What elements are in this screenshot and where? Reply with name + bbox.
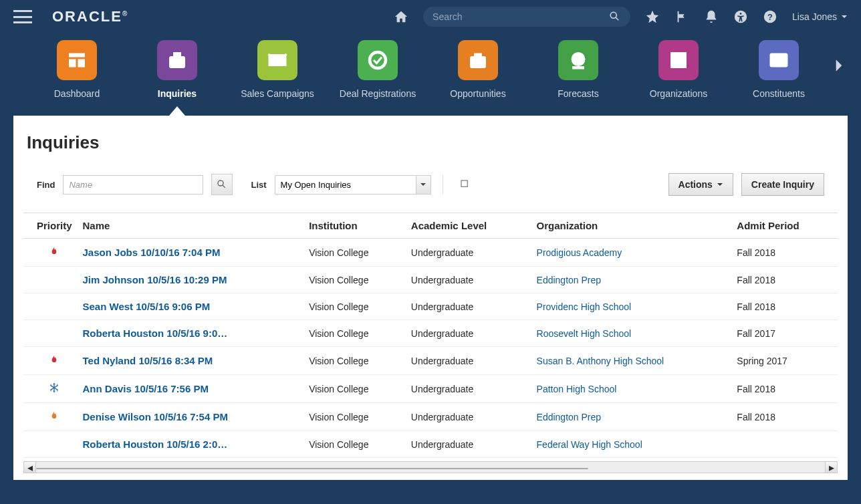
institution-cell: Vision College — [303, 431, 406, 458]
star-icon[interactable] — [645, 9, 660, 24]
level-cell: Undergraduate — [406, 239, 531, 267]
svg-point-22 — [773, 56, 777, 60]
col-institution[interactable]: Institution — [303, 213, 406, 239]
tile-icon — [57, 40, 97, 80]
svg-rect-4 — [69, 53, 85, 57]
tile-label: Dashboard — [54, 88, 100, 99]
tile-icon — [658, 40, 699, 80]
period-cell: Fall 2018 — [731, 375, 838, 403]
h-scrollbar[interactable]: ◂ ▸ — [23, 461, 838, 473]
nav-tile-inquiries[interactable]: Inquiries — [127, 40, 227, 99]
org-link[interactable]: Eddington Prep — [537, 275, 602, 285]
flag-icon[interactable] — [674, 9, 689, 24]
search-box[interactable] — [423, 7, 630, 27]
find-search-button[interactable] — [211, 174, 233, 195]
period-cell: Fall 2018 — [731, 403, 838, 431]
nav-tile-opportunities[interactable]: Opportunities — [428, 40, 528, 99]
svg-rect-24 — [779, 59, 786, 61]
nav-tile-deal-registrations[interactable]: Deal Registrations — [328, 40, 428, 99]
find-label: Find — [37, 180, 55, 190]
inquiries-table: PriorityNameInstitutionAcademic LevelOrg… — [23, 213, 838, 458]
col-priority[interactable]: Priority — [23, 213, 78, 239]
nav-tile-sales-campaigns[interactable]: Sales Campaigns — [227, 40, 328, 99]
priority-cell — [23, 375, 78, 403]
list-label: List — [251, 180, 266, 190]
name-link[interactable]: Jim Johnson 10/5/16 10:29 PM — [83, 274, 227, 285]
export-button[interactable] — [455, 174, 476, 195]
nav-tile-forecasts[interactable]: Forecasts — [528, 40, 628, 99]
nav-tile-constituents[interactable]: Constituents — [729, 40, 829, 99]
logo: ORACLE® — [52, 8, 128, 25]
home-icon[interactable] — [394, 9, 408, 24]
name-link[interactable]: Ted Nyland 10/5/16 8:34 PM — [83, 355, 213, 366]
table-row: Denise Wilson 10/5/16 7:54 PMVision Coll… — [23, 403, 838, 431]
user-menu[interactable]: Lisa Jones — [792, 11, 848, 22]
search-input[interactable] — [433, 11, 609, 22]
tile-icon — [358, 40, 398, 80]
institution-cell: Vision College — [303, 239, 406, 267]
org-link[interactable]: Prodigious Academy — [537, 247, 622, 258]
tile-label: Organizations — [650, 88, 707, 99]
name-link[interactable]: Roberta Houston 10/5/16 9:0… — [83, 328, 228, 339]
toolbar: Find List Actions Create Inquiry — [23, 173, 838, 213]
list-select[interactable] — [275, 175, 431, 195]
svg-rect-20 — [682, 59, 684, 61]
nav-tile-organizations[interactable]: Organizations — [628, 40, 729, 99]
org-link[interactable]: Patton High School — [537, 384, 617, 394]
col-academic-level[interactable]: Academic Level — [406, 213, 531, 239]
accessibility-icon[interactable] — [733, 9, 748, 24]
list-input[interactable] — [275, 176, 416, 194]
table-row: Sean West 10/5/16 9:06 PMVision CollegeU… — [23, 293, 838, 320]
org-link[interactable]: Eddington Prep — [537, 412, 602, 422]
svg-rect-23 — [779, 56, 786, 57]
svg-point-9 — [370, 52, 386, 68]
period-cell: Fall 2018 — [731, 267, 838, 293]
scroll-thumb[interactable] — [36, 468, 588, 469]
priority-cell — [23, 347, 78, 375]
table-row: Jim Johnson 10/5/16 10:29 PMVision Colle… — [23, 267, 838, 293]
search-icon[interactable] — [609, 11, 621, 23]
institution-cell: Vision College — [303, 293, 406, 320]
page-title: Inquiries — [27, 132, 838, 153]
bell-icon[interactable] — [704, 9, 719, 24]
org-link[interactable]: Federal Way High School — [537, 439, 642, 450]
chevron-down-icon — [841, 13, 848, 20]
help-icon[interactable]: ? — [763, 9, 777, 24]
svg-point-11 — [475, 59, 481, 66]
scroll-right-button[interactable]: ▸ — [825, 462, 837, 473]
divider — [443, 175, 443, 194]
priority-cell — [23, 293, 78, 320]
institution-cell: Vision College — [303, 320, 406, 347]
tile-icon — [558, 40, 598, 80]
name-link[interactable]: Roberta Houston 10/5/16 2:0… — [83, 438, 228, 450]
list-dropdown-button[interactable] — [416, 176, 430, 194]
priority-cell — [23, 239, 78, 267]
org-link[interactable]: Providenc High School — [537, 301, 632, 312]
priority-cell — [23, 403, 78, 431]
svg-rect-6 — [78, 59, 86, 68]
table-row: Jason Jobs 10/10/16 7:04 PMVision Colleg… — [23, 239, 838, 267]
svg-rect-26 — [461, 180, 467, 186]
col-admit-period[interactable]: Admit Period — [731, 213, 838, 239]
name-link[interactable]: Denise Wilson 10/5/16 7:54 PM — [83, 411, 228, 422]
name-link[interactable]: Sean West 10/5/16 9:06 PM — [83, 301, 211, 312]
svg-rect-19 — [678, 59, 680, 61]
name-link[interactable]: Ann Davis 10/5/16 7:56 PM — [83, 383, 209, 394]
nav-tile-dashboard[interactable]: Dashboard — [27, 40, 127, 99]
create-inquiry-button[interactable]: Create Inquiry — [741, 173, 824, 196]
nav-next[interactable] — [830, 57, 848, 77]
period-cell — [731, 431, 838, 458]
actions-button[interactable]: Actions — [668, 173, 733, 196]
name-link[interactable]: Jason Jobs 10/10/16 7:04 PM — [83, 247, 221, 258]
org-link[interactable]: Susan B. Anthony High School — [537, 356, 664, 366]
col-name[interactable]: Name — [78, 213, 304, 239]
org-link[interactable]: Roosevelt High School — [537, 328, 632, 339]
col-organization[interactable]: Organization — [531, 213, 732, 239]
find-input[interactable] — [63, 175, 203, 195]
level-cell: Undergraduate — [406, 293, 531, 320]
svg-rect-25 — [772, 62, 786, 64]
scroll-left-button[interactable]: ◂ — [24, 462, 36, 473]
menu-icon[interactable] — [13, 10, 32, 23]
svg-text:?: ? — [767, 12, 773, 22]
tile-icon — [759, 40, 799, 80]
